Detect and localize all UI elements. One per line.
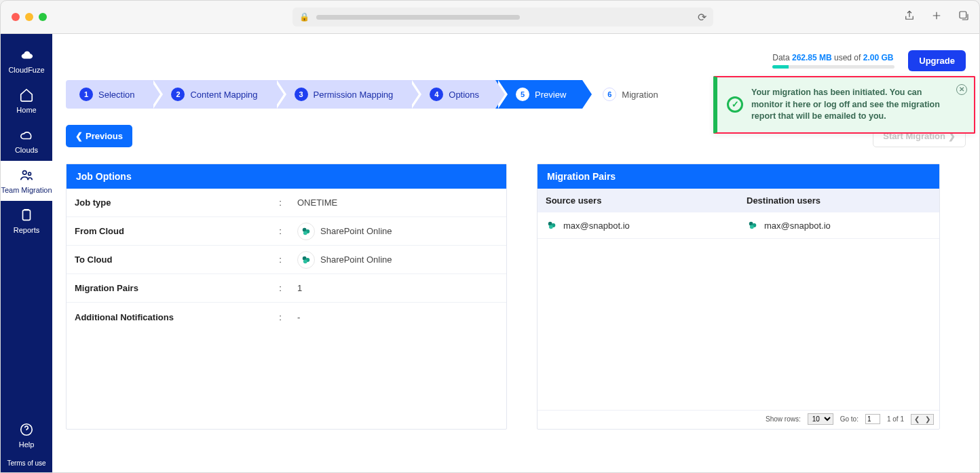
step-num: 2 bbox=[171, 88, 185, 101]
pairs-table-body: max@snapbot.io max@snapbot.io bbox=[538, 212, 939, 410]
step-content-mapping[interactable]: 2Content Mapping bbox=[151, 80, 274, 109]
job-options-panel: Job Options Job type : ONETIME From Clou… bbox=[66, 164, 507, 430]
usage-bar bbox=[772, 65, 894, 69]
main-content: Data 262.85 MB used of 2.00 GB Upgrade 1… bbox=[52, 34, 979, 472]
sidebar-item-label: Clouds bbox=[15, 146, 38, 154]
svg-rect-0 bbox=[960, 12, 966, 18]
lock-icon: 🔒 bbox=[299, 12, 309, 22]
brand-label: CloudFuze bbox=[8, 66, 44, 74]
colon: : bbox=[270, 226, 290, 236]
colon: : bbox=[270, 254, 290, 265]
sidebar-item-label: Help bbox=[19, 440, 35, 449]
share-icon[interactable] bbox=[903, 10, 916, 24]
job-row-notifications: Additional Notifications : - bbox=[67, 303, 506, 331]
job-row-from-cloud: From Cloud : SharePoint Online bbox=[67, 217, 506, 246]
step-num: 4 bbox=[430, 88, 443, 101]
job-label: Migration Pairs bbox=[67, 283, 270, 293]
tabs-icon[interactable] bbox=[958, 10, 970, 24]
svg-point-16 bbox=[750, 225, 754, 229]
pairs-footer: Show rows: 10 Go to: 1 of 1 ❮ ❯ bbox=[538, 410, 939, 429]
browser-chrome: 🔒 ⟳ bbox=[0, 0, 980, 34]
rows-select[interactable]: 10 bbox=[808, 413, 833, 425]
sharepoint-icon bbox=[546, 219, 558, 231]
step-label: Content Mapping bbox=[190, 90, 257, 100]
step-num: 3 bbox=[295, 88, 308, 101]
pager-prev-icon[interactable]: ❮ bbox=[911, 415, 922, 424]
previous-button[interactable]: ❮ Previous bbox=[66, 125, 132, 147]
step-permission-mapping[interactable]: 3Permission Mapping bbox=[274, 80, 410, 109]
usage-used: 262.85 MB bbox=[792, 53, 832, 62]
step-num: 6 bbox=[603, 88, 616, 101]
page-info: 1 of 1 bbox=[887, 415, 904, 423]
goto-input[interactable] bbox=[865, 414, 880, 424]
migration-pairs-header: Migration Pairs bbox=[538, 164, 939, 189]
sharepoint-icon bbox=[297, 223, 315, 240]
svg-rect-3 bbox=[23, 210, 31, 221]
sidebar-item-label: Home bbox=[16, 106, 36, 114]
sidebar-terms[interactable]: Terms of use bbox=[7, 455, 45, 472]
svg-point-1 bbox=[23, 171, 27, 175]
step-migration[interactable]: 6Migration bbox=[582, 80, 674, 109]
job-row-to-cloud: To Cloud : SharePoint Online bbox=[67, 246, 506, 274]
pairs-table-head: Source users Destination users bbox=[538, 189, 939, 212]
brand-icon bbox=[19, 48, 34, 62]
pager: ❮ ❯ bbox=[911, 414, 934, 425]
colon: : bbox=[270, 283, 290, 293]
job-row-pairs: Migration Pairs : 1 bbox=[67, 274, 506, 303]
source-user: max@snapbot.io bbox=[563, 221, 630, 231]
dest-user: max@snapbot.io bbox=[764, 221, 831, 231]
sidebar-item-clouds[interactable]: Clouds bbox=[1, 121, 52, 161]
job-value: ONETIME bbox=[290, 197, 506, 208]
usage-total: 2.00 GB bbox=[863, 53, 894, 62]
app-frame: CloudFuze Home Clouds Team Migration Rep… bbox=[0, 34, 980, 473]
top-row: Data 262.85 MB used of 2.00 GB Upgrade bbox=[66, 46, 966, 75]
svg-point-10 bbox=[303, 259, 307, 263]
migration-pairs-panel: Migration Pairs Source users Destination… bbox=[537, 164, 940, 430]
reports-icon bbox=[19, 208, 34, 223]
job-value: - bbox=[290, 312, 506, 322]
window-close-icon[interactable] bbox=[12, 13, 20, 21]
job-value-text: SharePoint Online bbox=[320, 254, 392, 265]
chevron-left-icon: ❮ bbox=[75, 131, 83, 141]
step-label: Options bbox=[449, 90, 479, 100]
step-num: 5 bbox=[516, 88, 529, 101]
sidebar-item-team-migration[interactable]: Team Migration bbox=[1, 161, 52, 201]
step-label: Permission Mapping bbox=[314, 90, 394, 100]
data-usage: Data 262.85 MB used of 2.00 GB bbox=[772, 53, 894, 69]
goto-label: Go to: bbox=[840, 415, 859, 423]
upgrade-button[interactable]: Upgrade bbox=[908, 50, 966, 71]
job-value-text: SharePoint Online bbox=[320, 226, 392, 236]
destination-users-header: Destination users bbox=[738, 189, 939, 212]
new-tab-icon[interactable] bbox=[930, 10, 943, 24]
table-row: max@snapbot.io max@snapbot.io bbox=[538, 212, 939, 239]
step-selection[interactable]: 1Selection bbox=[66, 80, 151, 109]
sidebar-item-help[interactable]: Help bbox=[1, 415, 52, 455]
sidebar-brand[interactable]: CloudFuze bbox=[1, 41, 52, 81]
window-controls bbox=[12, 13, 47, 21]
step-label: Selection bbox=[98, 90, 134, 100]
job-value: SharePoint Online bbox=[290, 223, 506, 240]
success-check-icon: ✓ bbox=[727, 96, 743, 113]
reload-icon[interactable]: ⟳ bbox=[698, 11, 706, 24]
job-label: Job type bbox=[67, 197, 270, 208]
sidebar-item-label: Team Migration bbox=[1, 186, 52, 194]
window-maximize-icon[interactable] bbox=[39, 13, 47, 21]
job-label: From Cloud bbox=[67, 226, 270, 236]
sidebar-item-reports[interactable]: Reports bbox=[1, 201, 52, 241]
pager-next-icon[interactable]: ❯ bbox=[922, 415, 933, 424]
dest-user-cell: max@snapbot.io bbox=[738, 212, 939, 238]
toast-close-icon[interactable]: ✕ bbox=[956, 84, 967, 95]
source-user-cell: max@snapbot.io bbox=[538, 212, 738, 238]
step-options[interactable]: 4Options bbox=[409, 80, 495, 109]
job-options-header: Job Options bbox=[67, 164, 506, 189]
usage-prefix: Data bbox=[772, 53, 789, 62]
window-minimize-icon[interactable] bbox=[25, 13, 33, 21]
step-num: 1 bbox=[79, 88, 93, 101]
toast-message: Your migration has been initiated. You c… bbox=[751, 88, 940, 121]
step-preview[interactable]: 5Preview bbox=[495, 80, 582, 109]
step-label: Migration bbox=[622, 90, 658, 100]
address-bar[interactable]: 🔒 ⟳ bbox=[293, 7, 713, 26]
sidebar-item-home[interactable]: Home bbox=[1, 81, 52, 121]
usage-middle: used of bbox=[834, 53, 861, 62]
svg-point-2 bbox=[29, 172, 31, 175]
